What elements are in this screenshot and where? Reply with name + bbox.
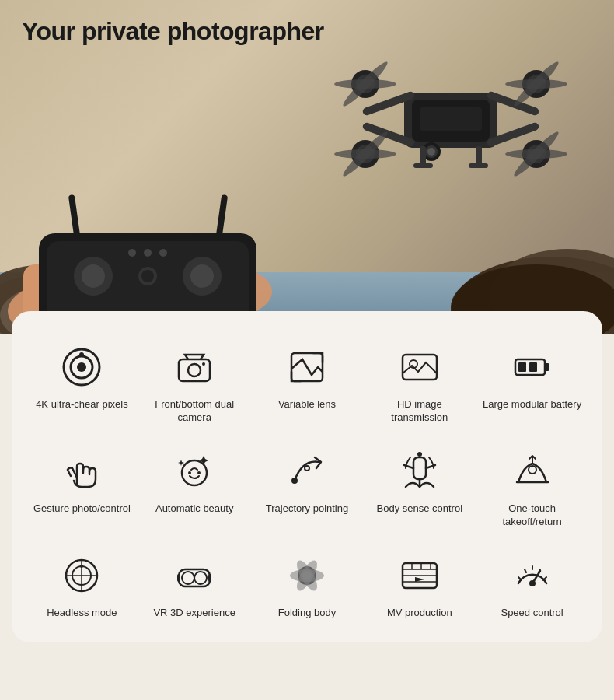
feature-label-beauty: Automatic beauty bbox=[155, 502, 233, 516]
svg-rect-85 bbox=[208, 574, 211, 582]
svg-point-82 bbox=[182, 572, 194, 584]
speed-icon bbox=[508, 551, 557, 600]
hero-section: Your private photographer bbox=[0, 0, 614, 334]
svg-rect-67 bbox=[529, 362, 537, 372]
svg-point-98 bbox=[529, 580, 536, 586]
feature-label-4k: 4K ultra-chear pixels bbox=[36, 398, 128, 411]
feature-item-battery: Large modular battery bbox=[477, 334, 587, 432]
drone-image bbox=[319, 16, 583, 233]
controller-image bbox=[0, 140, 319, 327]
variable-lens-icon bbox=[282, 342, 332, 392]
svg-point-69 bbox=[188, 471, 191, 474]
svg-point-47 bbox=[128, 249, 136, 257]
feature-item-mv: MV production bbox=[365, 543, 474, 628]
svg-point-48 bbox=[144, 249, 152, 257]
svg-point-59 bbox=[188, 364, 201, 376]
feature-item-headless: Headless mode bbox=[27, 543, 137, 628]
svg-point-80 bbox=[80, 565, 83, 568]
feature-label-headless: Headless mode bbox=[47, 607, 117, 620]
feature-item-hd-image: HD image transmission bbox=[365, 334, 474, 432]
feature-item-dual-camera: Front/bottom dual camera bbox=[140, 334, 249, 432]
svg-rect-84 bbox=[177, 574, 180, 582]
svg-point-75 bbox=[529, 466, 536, 474]
feature-item-beauty: Automatic beauty bbox=[140, 439, 249, 537]
svg-point-57 bbox=[79, 352, 84, 357]
camera-icon bbox=[169, 342, 219, 392]
svg-rect-66 bbox=[518, 362, 526, 372]
feature-item-takeoff: One-touch takeoff/return bbox=[477, 439, 587, 537]
svg-rect-32 bbox=[476, 146, 482, 166]
svg-point-46 bbox=[190, 264, 214, 288]
feature-item-speed: Speed control bbox=[477, 543, 587, 628]
body-sense-icon bbox=[395, 446, 445, 496]
svg-point-72 bbox=[305, 466, 309, 471]
takeoff-icon bbox=[508, 446, 557, 496]
svg-rect-65 bbox=[545, 363, 549, 371]
mv-icon bbox=[395, 551, 445, 600]
feature-label-battery: Large modular battery bbox=[483, 398, 581, 411]
svg-point-56 bbox=[77, 362, 86, 372]
svg-rect-58 bbox=[179, 359, 210, 381]
svg-rect-33 bbox=[413, 163, 433, 168]
battery-icon bbox=[508, 342, 557, 392]
folding-icon bbox=[282, 551, 332, 600]
headless-icon bbox=[57, 551, 106, 600]
beauty-icon bbox=[169, 446, 219, 496]
feature-label-trajectory: Trajectory pointing bbox=[266, 502, 348, 516]
svg-point-60 bbox=[202, 362, 205, 366]
feature-label-folding: Folding body bbox=[278, 607, 336, 620]
svg-point-51 bbox=[141, 270, 154, 282]
svg-rect-73 bbox=[413, 457, 426, 479]
hero-title: Your private photographer bbox=[22, 17, 324, 46]
feature-label-dual-camera: Front/bottom dual camera bbox=[145, 398, 245, 425]
hd-image-icon bbox=[395, 342, 445, 392]
feature-item-variable-lens: Variable lens bbox=[253, 334, 362, 432]
features-grid: 4K ultra-chear pixels Front/bottom dual … bbox=[27, 334, 587, 627]
svg-rect-53 bbox=[216, 194, 229, 238]
vr-icon bbox=[169, 551, 219, 600]
svg-point-83 bbox=[194, 572, 207, 584]
feature-label-mv: MV production bbox=[387, 607, 452, 620]
svg-point-49 bbox=[159, 249, 167, 257]
feature-item-folding: Folding body bbox=[253, 543, 362, 628]
feature-item-gesture: Gesture photo/control bbox=[27, 439, 137, 537]
svg-point-70 bbox=[197, 471, 201, 474]
feature-label-vr: VR 3D experience bbox=[153, 607, 235, 620]
gesture-icon bbox=[57, 446, 106, 496]
features-section: 4K ultra-chear pixels Front/bottom dual … bbox=[12, 311, 602, 642]
svg-point-74 bbox=[417, 452, 422, 457]
feature-item-vr: VR 3D experience bbox=[140, 543, 249, 628]
svg-point-44 bbox=[82, 264, 105, 288]
feature-item-4k: 4K ultra-chear pixels bbox=[27, 334, 137, 432]
svg-point-68 bbox=[182, 460, 207, 485]
svg-rect-31 bbox=[420, 146, 426, 166]
feature-item-trajectory: Trajectory pointing bbox=[253, 439, 362, 537]
svg-point-71 bbox=[291, 478, 298, 484]
svg-rect-34 bbox=[469, 163, 488, 168]
feature-label-variable-lens: Variable lens bbox=[278, 398, 336, 411]
feature-item-body-sense: Body sense control bbox=[365, 439, 474, 537]
feature-label-body-sense: Body sense control bbox=[377, 502, 463, 516]
svg-rect-52 bbox=[68, 194, 81, 238]
trajectory-icon bbox=[282, 446, 332, 496]
camera-4k-icon bbox=[57, 342, 106, 392]
feature-label-gesture: Gesture photo/control bbox=[33, 502, 131, 516]
svg-point-10 bbox=[427, 148, 435, 156]
feature-label-hd-image: HD image transmission bbox=[369, 398, 469, 425]
svg-rect-35 bbox=[420, 107, 482, 131]
feature-label-takeoff: One-touch takeoff/return bbox=[482, 502, 582, 529]
feature-label-speed: Speed control bbox=[501, 607, 563, 620]
